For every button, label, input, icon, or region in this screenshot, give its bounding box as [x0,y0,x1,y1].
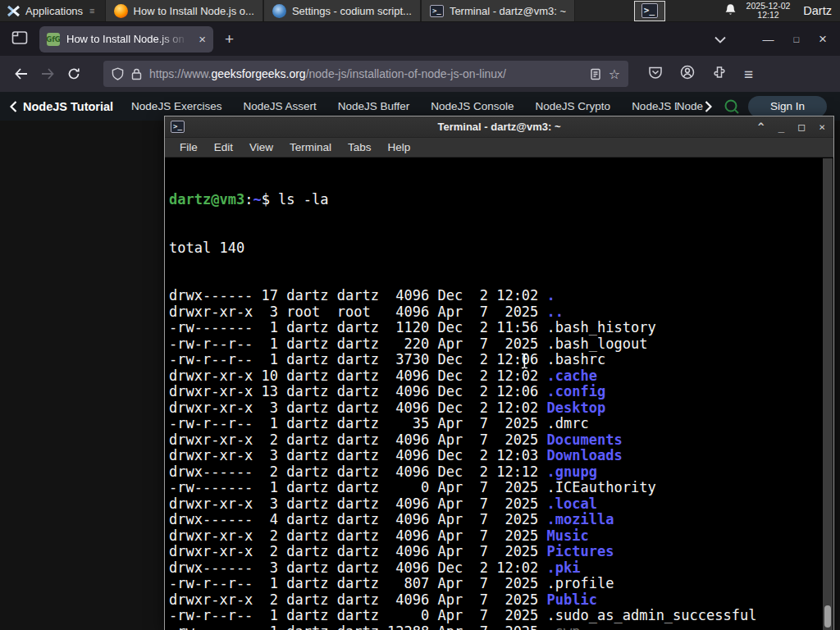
file-name: .sudo_as_admin_successful [547,607,757,623]
listing-row: drwxr-xr-x 3 dartz dartz 4096 Dec 2 12:0… [169,400,823,417]
terminal-maximize-button[interactable]: □ [798,121,805,133]
reload-button[interactable] [61,62,87,86]
geeksforgeeks-favicon: GfG [47,33,60,46]
site-nav-back[interactable]: NodeJS Tutorial [10,100,113,113]
taskbar-window-settings[interactable]: Settings - codium script... [263,0,421,21]
pocket-icon[interactable] [648,65,663,83]
terminal-menu-file[interactable]: File [171,141,206,153]
listing-row: drwxr-xr-x 3 dartz dartz 4096 Dec 2 12:0… [169,448,823,464]
terminal-window[interactable]: >_ Terminal - dartz@vm3: ~ ^ _ □ × FileE… [164,116,834,630]
applications-label: Applications [25,5,83,17]
listing-row: -rw-r--r-- 1 dartz dartz 3730 Dec 2 12:0… [169,352,823,368]
top-panel: Applications ≡ How to Install Node.js o.… [0,0,840,22]
file-name: .. [547,304,564,320]
file-name: .bashrc [547,351,606,368]
listing-row: drwx------ 2 dartz dartz 4096 Dec 2 12:1… [169,464,823,481]
listing-row: drwxr-xr-x 3 dartz dartz 4096 Apr 7 2025… [169,496,823,513]
file-name: .bash_history [547,319,656,336]
terminal-scrollbar[interactable] [823,158,833,630]
file-name: Pictures [547,543,614,559]
listing-row: drwxr-xr-x 3 root root 4096 Apr 7 2025 .… [169,304,823,321]
distro-logo-icon [7,4,21,18]
reader-mode-icon[interactable] [590,68,601,80]
chevron-right-icon [705,101,712,112]
firefox-tab-bar: GfG How to Install Node.js on × + — □ × [0,22,840,56]
terminal-menu-help[interactable]: Help [380,141,419,153]
user-name: Dartz [803,4,832,17]
file-name: Downloads [547,447,623,463]
firefox-view-icon[interactable] [11,30,28,48]
listing-row: drwxr-xr-x 2 dartz dartz 4096 Apr 7 2025… [169,432,823,449]
firefox-toolbar: https://www.geeksforgeeks.org/node-js/in… [0,56,840,92]
list-all-tabs-icon[interactable] [714,32,726,47]
terminal-shade-button[interactable]: ^ [758,121,765,133]
site-nav-item[interactable]: NodeJS DNS [632,100,677,112]
file-name: Documents [547,431,623,448]
tab-close-icon[interactable]: × [199,33,206,45]
window-tasklist: How to Install Node.js o... Settings - c… [105,0,576,21]
tray-terminal-icon[interactable]: >_ [634,1,665,21]
shield-icon[interactable] [112,67,124,80]
listing-row: -rw------- 1 dartz dartz 0 Apr 7 2025 .I… [169,480,823,496]
url-text: https://www.geeksforgeeks.org/node-js/in… [149,67,582,80]
bookmark-star-icon[interactable]: ☆ [609,66,620,82]
window-maximize-button[interactable]: □ [793,34,799,44]
account-icon[interactable] [680,65,695,83]
listing-row: drwx------ 4 dartz dartz 4096 Apr 7 2025… [169,512,823,528]
file-name: Music [547,527,589,544]
notification-bell-icon[interactable] [724,3,737,19]
file-name: Desktop [547,399,606,416]
terminal-close-button[interactable]: × [819,121,825,133]
terminal-menu-edit[interactable]: Edit [206,141,241,153]
file-name: .bash_logout [547,336,648,352]
site-nav-item[interactable]: NodeJS Console [431,100,514,112]
back-button[interactable] [8,62,34,86]
taskbar-window-firefox[interactable]: How to Install Node.js o... [105,0,263,21]
site-nav-item[interactable]: NodeJS Exercises [131,100,221,112]
site-nav-item[interactable]: NodeJS Assert [243,100,316,112]
listing-row: drwxr-xr-x 2 dartz dartz 4096 Apr 7 2025… [169,528,823,545]
terminal-minimize-button[interactable]: _ [778,121,785,133]
file-name: .dmrc [547,415,589,431]
site-nav-item[interactable]: NodeJS Buffer [338,100,410,112]
sign-in-button[interactable]: Sign In [748,96,827,117]
extensions-puzzle-icon[interactable] [712,65,727,83]
file-name: Public [547,591,597,608]
terminal-menu-tabs[interactable]: Tabs [340,141,380,153]
terminal-title-bar[interactable]: >_ Terminal - dartz@vm3: ~ ^ _ □ × [165,116,833,138]
lock-icon [131,68,142,80]
listing-row: -rw-r--r-- 1 dartz dartz 220 Apr 7 2025 … [169,336,823,353]
file-name: .mozilla [547,511,614,527]
file-name: .config [547,383,606,399]
firefox-icon [114,4,128,18]
menu-dash-icon: ≡ [89,6,94,16]
terminal-listing: drwx------ 17 dartz dartz 4096 Dec 2 12:… [169,288,823,630]
url-domain: geeksforgeeks.org [211,67,305,80]
site-nav-item-truncated[interactable]: Node [677,100,703,112]
panel-clock[interactable]: 2025-12-02 12:12 [746,2,791,21]
mouse-ibeam-cursor [520,353,529,372]
terminal-menu-terminal[interactable]: Terminal [281,141,340,153]
file-name: .local [547,495,597,512]
terminal-screen[interactable]: dartz@vm3:~$ ls -la total 140 drwx------… [166,158,823,630]
terminal-menu-view[interactable]: View [241,141,281,153]
new-tab-button[interactable]: + [225,30,234,48]
tab-title: How to Install Node.js on [66,33,192,45]
forward-button[interactable] [34,62,61,86]
listing-row: drwxr-xr-x 2 dartz dartz 4096 Apr 7 2025… [169,544,823,560]
taskbar-window-terminal[interactable]: >_ Terminal - dartz@vm3: ~ [421,0,575,21]
site-nav-item[interactable]: NodeJS Crypto [536,100,611,112]
url-bar[interactable]: https://www.geeksforgeeks.org/node-js/in… [103,61,628,87]
browser-tab[interactable]: GfG How to Install Node.js on × [39,26,213,52]
listing-row: drwxr-xr-x 10 dartz dartz 4096 Dec 2 12:… [169,368,823,385]
terminal-scrollbar-thumb[interactable] [824,605,831,628]
listing-row: -rw-r--r-- 1 dartz dartz 807 Apr 7 2025 … [169,576,823,592]
site-nav-overflow[interactable]: Node [677,100,712,112]
window-close-button[interactable]: × [819,31,827,48]
app-menu-icon[interactable]: ≡ [744,66,753,82]
window-minimize-button[interactable]: — [762,33,774,46]
site-search-icon[interactable] [724,98,740,115]
terminal-menu-bar: FileEditViewTerminalTabsHelp [165,138,833,158]
applications-menu-button[interactable]: Applications ≡ [0,0,102,21]
terminal-prompt-line: dartz@vm3:~$ ls -la [169,192,823,208]
